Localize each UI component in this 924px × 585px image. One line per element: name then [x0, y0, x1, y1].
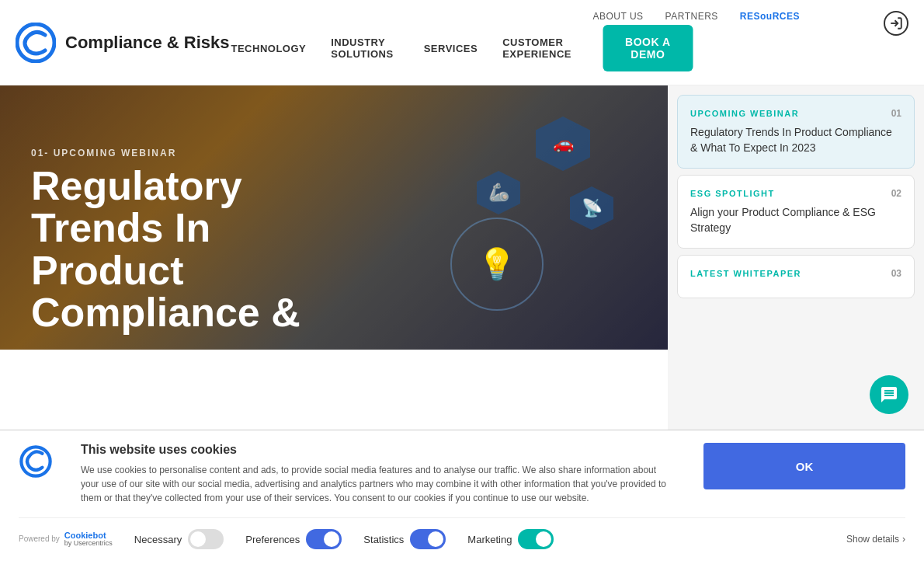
- chevron-right-icon: ›: [902, 534, 905, 545]
- marketing-toggle[interactable]: [518, 529, 554, 549]
- tower-icon: 📡: [570, 186, 613, 230]
- card-esg-tag: ESG SPOTLIGHT: [690, 189, 775, 198]
- card-webinar-tag: UPCOMING WEBINAR: [690, 109, 799, 118]
- header-right: [884, 11, 908, 36]
- necessary-label: Necessary: [134, 534, 182, 545]
- card-esg-header: ESG SPOTLIGHT 02: [690, 188, 901, 199]
- top-nav: ABOUT US PARTNERS RESouRCES: [592, 11, 800, 22]
- nav-industry-solutions[interactable]: INDUSTRY SOLUTIONS: [331, 37, 398, 60]
- book-demo-button[interactable]: BOOK A DEMO: [603, 25, 693, 71]
- preferences-toggle[interactable]: [306, 529, 342, 549]
- necessary-toggle-item: Necessary: [134, 529, 224, 549]
- statistics-toggle[interactable]: [410, 529, 446, 549]
- login-icon[interactable]: [884, 11, 908, 36]
- nav-services[interactable]: SERVICES: [424, 43, 478, 54]
- card-webinar-num: 01: [891, 108, 901, 119]
- necessary-toggle[interactable]: [188, 529, 224, 549]
- cookie-ok-button[interactable]: OK: [703, 443, 905, 489]
- hero-title: Regulatory Trends In Product Compliance …: [31, 165, 300, 334]
- cookie-bottom: Powered by Cookiebot by Usercentrics Nec…: [19, 517, 905, 549]
- card-webinar[interactable]: UPCOMING WEBINAR 01 Regulatory Trends In…: [677, 95, 915, 169]
- brand-name: Compliance & Risks: [65, 33, 230, 53]
- header: Compliance & Risks ABOUT US PARTNERS RES…: [0, 0, 924, 85]
- logo-area[interactable]: Compliance & Risks: [16, 23, 230, 63]
- nav-resources[interactable]: RESouRCES: [740, 11, 800, 22]
- cookie-top: This website uses cookies We use cookies…: [19, 443, 905, 505]
- svg-point-0: [17, 24, 54, 61]
- marketing-toggle-item: Marketing: [467, 529, 554, 549]
- statistics-toggle-item: Statistics: [363, 529, 446, 549]
- nav-technology[interactable]: TECHNOLOGY: [231, 43, 307, 54]
- cookie-banner: This website uses cookies We use cookies…: [0, 430, 924, 585]
- arm-icon: 🦾: [477, 171, 520, 214]
- cookie-logo-icon: [19, 444, 53, 479]
- show-details-link[interactable]: Show details ›: [846, 534, 905, 545]
- cpu-icon: 💡: [450, 218, 544, 311]
- cookie-body: We use cookies to personalise content an…: [81, 463, 668, 505]
- chat-button[interactable]: [870, 375, 908, 414]
- preferences-toggle-item: Preferences: [245, 529, 342, 549]
- statistics-label: Statistics: [363, 534, 404, 545]
- card-esg-num: 02: [891, 188, 901, 199]
- cookie-ok-area: OK: [691, 443, 905, 505]
- cookie-logo-area: [19, 443, 57, 505]
- nav-customer-experience[interactable]: CUSTOMER EXPERIENCE: [502, 37, 578, 60]
- card-whitepaper-num: 03: [891, 268, 901, 279]
- card-whitepaper-header: LATEST WHITEPAPER 03: [690, 268, 901, 279]
- preferences-label: Preferences: [245, 534, 300, 545]
- cookiebot-brand: Cookiebot by Usercentrics: [64, 531, 113, 548]
- powered-by-text: Powered by: [19, 535, 60, 543]
- card-webinar-title: Regulatory Trends In Product Compliance …: [690, 125, 901, 155]
- hero-text: 01- UPCOMING WEBINAR Regulatory Trends I…: [31, 148, 300, 334]
- card-esg[interactable]: ESG SPOTLIGHT 02 Align your Product Comp…: [677, 175, 915, 249]
- nav-about-us[interactable]: ABOUT US: [592, 11, 643, 22]
- cookiebot-sub: by Usercentrics: [64, 540, 113, 548]
- marketing-label: Marketing: [467, 534, 512, 545]
- main-content: 🚗 📡 🦾 💡 01- UPCOMING WEBINAR Regulatory …: [0, 85, 924, 445]
- main-nav: TECHNOLOGY INDUSTRY SOLUTIONS SERVICES C…: [231, 25, 693, 71]
- card-webinar-header: UPCOMING WEBINAR 01: [690, 108, 901, 119]
- card-whitepaper-tag: LATEST WHITEPAPER: [690, 269, 801, 278]
- cookie-content: This website uses cookies We use cookies…: [81, 443, 668, 505]
- cookie-title: This website uses cookies: [81, 443, 668, 457]
- powered-by-area: Powered by Cookiebot by Usercentrics: [19, 531, 113, 548]
- hero-section: 🚗 📡 🦾 💡 01- UPCOMING WEBINAR Regulatory …: [0, 85, 668, 445]
- card-whitepaper[interactable]: LATEST WHITEPAPER 03: [677, 255, 915, 298]
- brand-logo-icon: [16, 23, 56, 63]
- card-esg-title: Align your Product Compliance & ESG Stra…: [690, 205, 901, 235]
- show-details-text: Show details: [846, 534, 899, 545]
- car-icon: 🚗: [536, 117, 590, 171]
- tech-icons-overlay: 🚗 📡 🦾 💡: [404, 109, 621, 326]
- hero-subtitle: 01- UPCOMING WEBINAR: [31, 148, 300, 158]
- hero-background: 🚗 📡 🦾 💡 01- UPCOMING WEBINAR Regulatory …: [0, 85, 668, 350]
- nav-partners[interactable]: PARTNERS: [665, 11, 718, 22]
